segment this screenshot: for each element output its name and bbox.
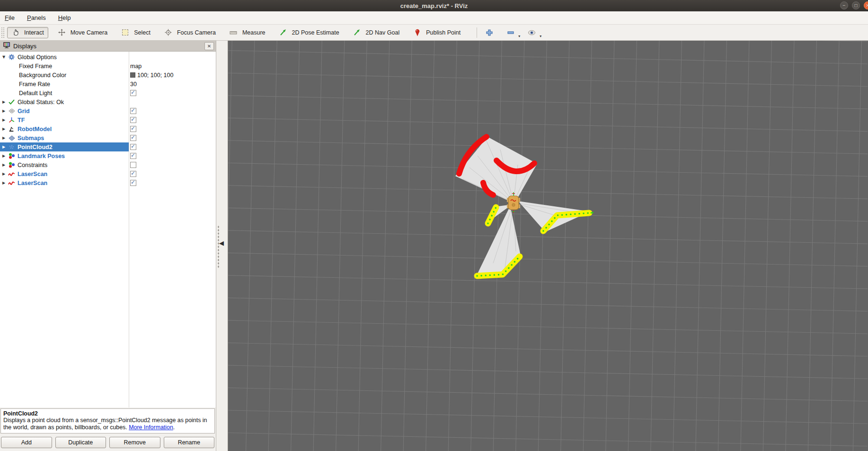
menu-bar: File Panels Help [0,11,868,25]
collapse-expander-icon[interactable]: ▼ [0,55,8,59]
row-grid[interactable]: ▶ Grid [0,106,216,115]
scene-canvas[interactable] [228,41,868,451]
column-divider[interactable] [129,52,129,407]
row-submaps[interactable]: ▶ Submaps [0,133,216,142]
display-name: PointCloud2 [18,144,53,150]
tool-select-button[interactable]: Select [117,27,155,38]
tool-measure-button[interactable]: Measure [225,27,270,38]
ruler-icon [230,29,238,35]
tool-publish-point-button[interactable]: Publish Point [409,27,465,38]
add-button[interactable]: Add [1,437,52,448]
splitter-handle[interactable] [218,225,219,268]
visibility-checkbox[interactable] [130,171,136,177]
tool-pose-estimate-button[interactable]: 2D Pose Estimate [275,27,344,38]
color-swatch [130,72,135,78]
displays-tree: ▼ Global Options Fixed Frame [0,52,216,407]
expand-arrow-icon[interactable]: ▶ [0,172,8,176]
expand-arrow-icon[interactable]: ▶ [0,145,8,149]
tool-move-camera-button[interactable]: Move Camera [53,27,112,38]
expand-arrow-icon[interactable]: ▶ [0,118,8,122]
tool-visibility-button[interactable]: ▾ [524,27,541,37]
row-global-options[interactable]: ▼ Global Options [0,53,216,62]
check-icon [8,99,16,105]
tool-focus-camera-button[interactable]: Focus Camera [160,27,220,38]
expand-arrow-icon[interactable]: ▶ [0,100,8,104]
panel-splitter[interactable]: ◀ [216,41,228,451]
eye-icon [528,29,536,35]
row-global-status[interactable]: ▶ Global Status: Ok [0,97,216,106]
panel-close-icon[interactable]: ✕ [204,42,214,50]
row-landmark-poses[interactable]: ▶ Landmark Poses [0,151,216,160]
property-name: Default Light [19,90,52,97]
tool-interact-button[interactable]: Interact [7,27,48,38]
visibility-checkbox[interactable] [130,144,136,150]
row-tf[interactable]: ▶ TF [0,115,216,124]
landmark-tick [591,212,593,213]
toolbar-drag-handle[interactable] [1,27,4,38]
gear-icon [8,54,16,60]
tool-label: Interact [24,29,44,36]
selection-box-icon [121,29,129,35]
expand-arrow-icon[interactable]: ▶ [0,109,8,113]
row-default-light[interactable]: Default Light [0,88,216,97]
display-name: TF [18,117,25,124]
menu-help[interactable]: Help [58,14,71,21]
background-color-value[interactable]: 100; 100; 100 [129,71,216,80]
expand-arrow-icon[interactable]: ▶ [0,181,8,185]
visibility-checkbox[interactable] [130,126,136,132]
monitor-icon [3,42,10,50]
more-information-link[interactable]: More Information [129,424,173,431]
row-laserscan-2[interactable]: ▶ LaserScan [0,178,216,187]
visibility-checkbox[interactable] [130,153,136,159]
display-name: Global Status: Ok [18,99,64,106]
visibility-checkbox[interactable] [130,108,136,114]
property-name: Fixed Frame [19,63,52,70]
row-constraints[interactable]: ▶ Constraints [0,160,216,169]
axes-icon [8,117,16,123]
points-icon [8,144,16,150]
row-fixed-frame[interactable]: Fixed Frame map [0,62,216,71]
robot-icon [8,126,16,132]
3d-viewport[interactable] [228,41,868,451]
maximize-icon[interactable]: □ [852,1,860,9]
tool-label: 2D Pose Estimate [292,29,339,36]
laser-zigzag-icon [8,180,16,186]
menu-panels[interactable]: Panels [27,14,46,21]
description-text: Displays a point cloud from a sensor_msg… [3,417,207,431]
frame-rate-value[interactable]: 30 [129,80,216,88]
close-icon[interactable]: ✕ [864,1,868,9]
row-frame-rate[interactable]: Frame Rate 30 [0,80,216,88]
remove-button[interactable]: Remove [109,437,160,448]
remove-tool-button[interactable]: ▾ [503,27,520,37]
display-name: Global Options [18,54,57,61]
title-bar: create_map.rviz* - RViz − □ ✕ [0,0,868,11]
visibility-checkbox[interactable] [130,117,136,123]
expand-arrow-icon[interactable]: ▶ [0,154,8,158]
row-pointcloud2[interactable]: ▶ PointCloud2 [0,142,216,151]
row-laserscan-1[interactable]: ▶ LaserScan [0,169,216,178]
add-tool-button[interactable] [482,27,498,37]
expand-arrow-icon[interactable]: ▶ [0,163,8,167]
hand-icon [11,29,19,35]
display-name: LaserScan [18,180,47,186]
rename-button[interactable]: Rename [164,437,215,448]
tool-nav-goal-button[interactable]: 2D Nav Goal [349,27,404,38]
menu-file[interactable]: File [5,14,15,21]
property-name: Frame Rate [19,81,50,88]
default-light-checkbox[interactable] [130,90,136,96]
display-name: Submaps [18,135,44,141]
visibility-checkbox[interactable] [130,162,136,168]
visibility-checkbox[interactable] [130,135,136,141]
window-controls: − □ ✕ [840,1,868,9]
expand-arrow-icon[interactable]: ▶ [0,136,8,140]
displays-panel-header[interactable]: Displays ✕ [0,41,216,52]
row-background-color[interactable]: Background Color 100; 100; 100 [0,71,216,80]
duplicate-button[interactable]: Duplicate [55,437,106,448]
visibility-checkbox[interactable] [130,180,136,186]
row-robot-model[interactable]: ▶ RobotModel [0,124,216,133]
fixed-frame-value[interactable]: map [129,62,216,71]
expand-arrow-icon[interactable]: ▶ [0,127,8,131]
collapse-panel-icon[interactable]: ◀ [219,239,224,247]
minimize-icon[interactable]: − [840,1,848,9]
toolbar-separator [477,27,477,38]
